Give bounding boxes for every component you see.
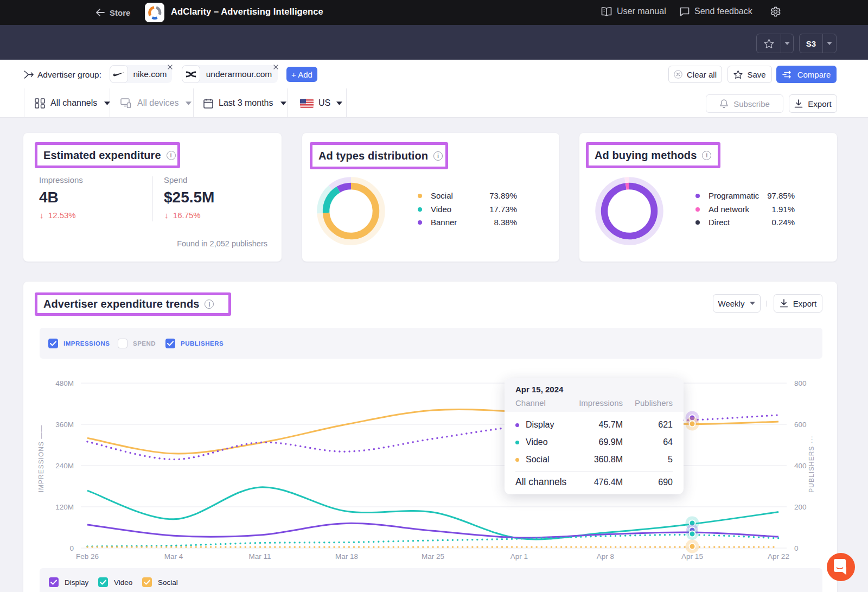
svg-text:Mar 25: Mar 25 xyxy=(422,552,444,561)
svg-text:480M: 480M xyxy=(55,379,74,387)
svg-text:Apr 1: Apr 1 xyxy=(510,552,528,561)
svg-text:240M: 240M xyxy=(55,462,74,470)
svg-text:Feb 26: Feb 26 xyxy=(76,552,99,561)
svg-text:0: 0 xyxy=(794,544,799,552)
svg-text:Mar 11: Mar 11 xyxy=(248,552,271,561)
svg-text:IMPRESSIONS ——: IMPRESSIONS —— xyxy=(37,425,45,493)
svg-text:800: 800 xyxy=(794,379,807,387)
svg-text:Apr 15: Apr 15 xyxy=(681,552,703,561)
svg-text:400: 400 xyxy=(794,462,807,470)
svg-text:600: 600 xyxy=(794,421,807,429)
svg-text:120M: 120M xyxy=(55,503,74,511)
svg-text:Apr 22: Apr 22 xyxy=(768,552,789,561)
svg-text:200: 200 xyxy=(794,503,807,511)
svg-text:Mar 18: Mar 18 xyxy=(335,552,358,561)
svg-text:0: 0 xyxy=(69,544,74,552)
svg-text:360M: 360M xyxy=(55,421,74,429)
svg-text:Apr 8: Apr 8 xyxy=(597,552,614,561)
svg-text:Mar 4: Mar 4 xyxy=(164,552,183,561)
svg-text:PUBLISHERS ···: PUBLISHERS ··· xyxy=(808,435,815,492)
